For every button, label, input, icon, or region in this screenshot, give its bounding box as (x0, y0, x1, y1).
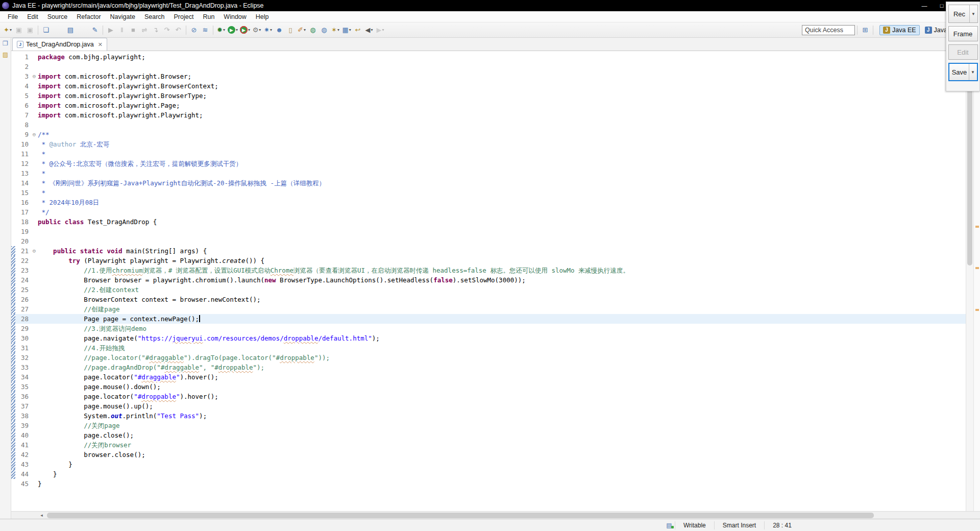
code-line[interactable]: 42 browser.close(); (11, 450, 966, 460)
save-icon[interactable]: ▣ (13, 25, 24, 36)
forward-icon[interactable]: ▶▾ (375, 25, 386, 36)
code-line[interactable]: 41 //关闭browser (11, 440, 966, 450)
line-number[interactable]: 18 (15, 217, 31, 227)
line-number[interactable]: 26 (15, 295, 31, 304)
line-number[interactable]: 22 (15, 256, 31, 266)
line-number[interactable]: 27 (15, 304, 31, 314)
code-line[interactable]: 31 //4.开始拖拽 (11, 343, 966, 353)
line-number[interactable]: 33 (15, 363, 31, 372)
editor-presentation-icon[interactable]: ▤ (664, 522, 675, 529)
code-line[interactable]: 29 //3.浏览器访问demo (11, 324, 966, 333)
code-line[interactable]: 22 try (Playwright playwright = Playwrig… (11, 256, 966, 266)
code-line[interactable]: 39 //关闭page (11, 421, 966, 430)
line-number[interactable]: 12 (15, 159, 31, 168)
debug-icon[interactable]: ✹▾ (215, 25, 227, 36)
line-number[interactable]: 3 (15, 71, 31, 81)
line-number[interactable]: 38 (15, 411, 31, 421)
line-number[interactable]: 39 (15, 421, 31, 430)
line-number[interactable]: 37 (15, 401, 31, 411)
resume-icon[interactable]: ▶ (105, 25, 116, 36)
code-line[interactable]: 12 * @公众号:北京宏哥（微信搜索，关注宏哥，提前解锁更多测试干货） (11, 159, 966, 168)
fold-collapse-icon[interactable]: ⊖ (31, 246, 38, 256)
table-icon[interactable]: ▦▾ (341, 25, 352, 36)
code-line[interactable]: 26 BrowserContext context = browser.newC… (11, 295, 966, 304)
line-number[interactable]: 41 (15, 440, 31, 450)
code-line[interactable]: 2 (11, 62, 966, 71)
line-number[interactable]: 8 (15, 120, 31, 130)
line-number[interactable]: 40 (15, 430, 31, 440)
code-line[interactable]: 24 Browser browser = playwright.chromium… (11, 275, 966, 285)
code-line[interactable]: 3⊖import com.microsoft.playwright.Browse… (11, 71, 966, 81)
external-browser-icon[interactable]: ◍ (318, 25, 330, 36)
suspend-icon[interactable]: ‖ (116, 25, 128, 36)
line-number[interactable]: 44 (15, 469, 31, 479)
code-line[interactable]: 43 } (11, 460, 966, 469)
rec-button[interactable]: Rec▼ (948, 5, 978, 23)
line-number[interactable]: 11 (15, 149, 31, 159)
overview-ruler[interactable] (973, 51, 980, 511)
code-line[interactable]: 34 page.locator("#draggable").hover(); (11, 372, 966, 382)
line-number[interactable]: 10 (15, 139, 31, 149)
code-line[interactable]: 15 * (11, 188, 966, 198)
code-line[interactable]: 21⊖ public static void main(String[] arg… (11, 246, 966, 256)
step-over-icon[interactable]: ↷ (161, 25, 173, 36)
line-number[interactable]: 2 (15, 62, 31, 71)
code-line[interactable]: 19 (11, 227, 966, 236)
save-dropdown-icon[interactable]: ▼ (969, 64, 977, 80)
code-line[interactable]: 18public class Test_DragAndDrop { (11, 217, 966, 227)
line-number[interactable]: 42 (15, 450, 31, 460)
step-return-icon[interactable]: ↶ (173, 25, 184, 36)
save-all-icon[interactable]: ▣ (24, 25, 36, 36)
web-browser-icon[interactable]: ◍ (307, 25, 318, 36)
team-icon[interactable]: ☻ (274, 25, 285, 36)
code-line[interactable]: 40 page.close(); (11, 430, 966, 440)
code-line[interactable]: 5import com.microsoft.playwright.Browser… (11, 91, 966, 101)
line-number[interactable]: 29 (15, 324, 31, 333)
package-explorer-icon[interactable]: ▨ (3, 51, 8, 58)
menu-refactor[interactable]: Refactor (72, 12, 105, 21)
line-number[interactable]: 19 (15, 227, 31, 236)
menu-edit[interactable]: Edit (22, 12, 43, 21)
new-web-wizard-icon[interactable]: ✷▾ (262, 25, 274, 36)
code-line[interactable]: 36 page.locator("#droppable").hover(); (11, 392, 966, 401)
line-number[interactable]: 14 (15, 178, 31, 188)
run-icon[interactable]: ▶▾ (227, 25, 239, 36)
tab-test-draganddrop[interactable]: J Test_DragAndDrop.java ✕ (12, 38, 107, 51)
code-line[interactable]: 25 //2.创建context (11, 285, 966, 295)
code-line[interactable]: 37 page.mouse().up(); (11, 401, 966, 411)
last-edit-location-icon[interactable]: ↩ (352, 25, 363, 36)
line-number[interactable]: 9 (15, 130, 31, 139)
line-number[interactable]: 5 (15, 91, 31, 101)
external-tools-icon[interactable]: ⚙▾ (251, 25, 262, 36)
tab-close-icon[interactable]: ✕ (98, 41, 103, 48)
terminate-icon[interactable]: ■ (128, 25, 139, 36)
line-number[interactable]: 20 (15, 236, 31, 246)
menu-search[interactable]: Search (140, 12, 169, 21)
line-number[interactable]: 43 (15, 460, 31, 469)
line-number[interactable]: 4 (15, 81, 31, 91)
mark-occurrences-icon[interactable]: ✎ (89, 25, 101, 36)
code-line[interactable]: 8 (11, 120, 966, 130)
restore-views-icon[interactable]: ❐ (3, 40, 8, 47)
save-button[interactable]: Save▼ (948, 63, 978, 81)
menu-navigate[interactable]: Navigate (106, 12, 140, 21)
minimize-button[interactable]: — (916, 0, 933, 11)
skip-breakpoints-icon[interactable]: ⊘ (188, 25, 200, 36)
code-line[interactable]: 16 * 2024年10月08日 (11, 198, 966, 207)
fold-collapse-icon[interactable]: ⊖ (31, 130, 38, 139)
vertical-scrollbar[interactable] (966, 51, 973, 511)
line-number[interactable]: 34 (15, 372, 31, 382)
new-wizard-icon[interactable]: ✦▾ (2, 25, 13, 36)
code-line[interactable]: 27 //创建page (11, 304, 966, 314)
line-number[interactable]: 17 (15, 207, 31, 217)
code-line[interactable]: 13 * (11, 168, 966, 178)
code-line[interactable]: 9⊖/** (11, 130, 966, 139)
code-line[interactable]: 6import com.microsoft.playwright.Page; (11, 101, 966, 110)
code-editor[interactable]: 1package com.bjhg.playwright;2 3⊖import … (11, 51, 966, 511)
line-number[interactable]: 45 (15, 479, 31, 489)
rec-dropdown-icon[interactable]: ▼ (969, 5, 977, 22)
clipboard-icon[interactable]: ▯ (285, 25, 296, 36)
line-number[interactable]: 25 (15, 285, 31, 295)
coverage-icon[interactable]: ▶▾ (239, 25, 251, 36)
code-line[interactable]: 1package com.bjhg.playwright; (11, 52, 966, 62)
